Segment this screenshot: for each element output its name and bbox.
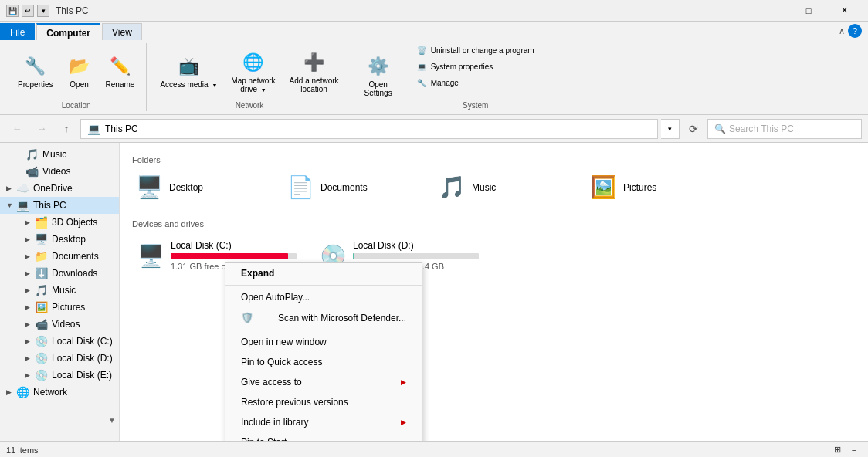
pictures-icon: 🖼️ [35, 301, 48, 313]
refresh-button[interactable]: ⟳ [683, 118, 704, 140]
tab-computer[interactable]: Computer [36, 23, 100, 40]
documents-chevron: ▶ [25, 252, 32, 260]
access-media-button[interactable]: 📺 Access media [154, 50, 222, 93]
sidebar-music2-label: Music [52, 285, 76, 296]
sidebar-item-pictures[interactable]: ▶ 🖼️ Pictures [0, 299, 119, 316]
minimize-button[interactable]: — [755, 0, 791, 22]
sidebar-item-locale[interactable]: ▶ 💿 Local Disk (E:) [0, 367, 119, 384]
ribbon-group-location: 🔧 Properties 📂 Open ✏️ Rename Location [6, 43, 147, 111]
content-area: Folders 🖥️ Desktop 📄 Documents 🎵 Music 🖼… [120, 143, 868, 441]
statusbar: 11 items ⊞ ≡ [0, 441, 868, 457]
thispc-chevron: ▼ [6, 201, 14, 209]
ribbon-collapse-icon[interactable]: ∧ [839, 26, 845, 36]
ctx-open-new-window[interactable]: Open in new window [225, 332, 422, 352]
undo-icon[interactable]: ↩ [22, 5, 34, 17]
give-access-arrow: ▶ [401, 378, 406, 386]
sidebar-desktop-label: Desktop [52, 234, 86, 245]
sidebar-item-localc[interactable]: ▶ 💿 Local Disk (C:) [0, 333, 119, 350]
ctx-include-library[interactable]: Include in library ▶ [225, 412, 422, 432]
uninstall-icon: 🗑️ [417, 46, 426, 55]
drive-c-icon: 🖥️ [137, 243, 164, 269]
rename-icon: ✏️ [107, 54, 132, 79]
search-icon: 🔍 [714, 124, 726, 134]
sidebar-item-documents[interactable]: ▶ 📁 Documents [0, 248, 119, 265]
sidebar-item-videos2[interactable]: ▶ 📹 Videos [0, 316, 119, 333]
search-placeholder: Search This PC [729, 124, 794, 134]
videos-icon: 📹 [25, 165, 39, 178]
customize-icon[interactable]: ▾ [37, 5, 49, 17]
ctx-expand[interactable]: Expand [225, 263, 422, 283]
system-label: System [463, 100, 488, 111]
location-buttons: 🔧 Properties 📂 Open ✏️ Rename [12, 43, 140, 100]
help-icon[interactable]: ? [848, 24, 862, 38]
maximize-button[interactable]: □ [791, 0, 826, 22]
tab-view[interactable]: View [102, 23, 142, 40]
settings-icon: ⚙️ [366, 54, 391, 79]
sidebar-item-music2[interactable]: ▶ 🎵 Music [0, 282, 119, 299]
sidebar-downloads-label: Downloads [52, 268, 97, 279]
quick-access-icon[interactable]: 💾 [6, 5, 19, 17]
open-label: Open [70, 80, 88, 89]
ctx-pin-quick-access[interactable]: Pin to Quick access [225, 352, 422, 372]
forward-button[interactable]: → [31, 118, 53, 140]
view-tiles-button[interactable]: ⊞ [829, 442, 845, 458]
system-properties-button[interactable]: 💻 System properties [412, 59, 499, 74]
folder-documents-label: Documents [320, 182, 368, 193]
sidebar-item-3dobjects[interactable]: ▶ 🗂️ 3D Objects [0, 214, 119, 231]
ctx-scan-defender[interactable]: 🛡️ Scan with Microsoft Defender... [225, 307, 422, 328]
folder-desktop[interactable]: 🖥️ Desktop [132, 171, 271, 204]
sidebar-item-music[interactable]: 🎵 Music [0, 146, 119, 163]
add-network-label: Add a networklocation [290, 76, 339, 93]
folder-documents[interactable]: 📄 Documents [283, 171, 422, 204]
sidebar-item-videos[interactable]: 📹 Videos [0, 163, 119, 180]
map-network-label: Map networkdrive [231, 76, 275, 93]
open-button[interactable]: 📂 Open [62, 50, 97, 93]
sidebar-item-downloads[interactable]: ▶ ⬇️ Downloads [0, 265, 119, 282]
folder-music-icon: 🎵 [439, 174, 466, 200]
search-box[interactable]: 🔍 Search This PC [707, 119, 862, 139]
ctx-pin-start[interactable]: Pin to Start [225, 432, 422, 441]
rename-button[interactable]: ✏️ Rename [100, 50, 141, 93]
close-button[interactable]: ✕ [826, 0, 862, 22]
give-access-label: Give access to [241, 377, 302, 388]
network-buttons: 📺 Access media 🌐 Map networkdrive ➕ Add … [154, 43, 344, 100]
system-properties-label: System properties [431, 63, 493, 71]
expand-label: Expand [241, 268, 274, 279]
sidebar-item-onedrive[interactable]: ▶ ☁️ OneDrive [0, 180, 119, 197]
ctx-restore-versions[interactable]: Restore previous versions [225, 392, 422, 412]
sidebar-scroll-down-icon[interactable]: ▼ [108, 416, 116, 425]
sidebar-network-label: Network [33, 387, 67, 398]
back-button[interactable]: ← [6, 118, 28, 140]
tab-file[interactable]: File [0, 23, 35, 40]
ribbon-group-system: 🗑️ Uninstall or change a program 💻 Syste… [405, 43, 546, 111]
view-icons: ⊞ ≡ [829, 442, 862, 458]
sidebar-locald-label: Local Disk (D:) [52, 353, 113, 364]
manage-button[interactable]: 🔧 Manage [412, 76, 464, 90]
folder-music[interactable]: 🎵 Music [435, 171, 574, 204]
sidebar-item-thispc[interactable]: ▼ 💻 This PC [0, 197, 119, 214]
view-list-button[interactable]: ≡ [846, 442, 862, 458]
sidebar-thispc-label: This PC [33, 200, 66, 211]
path-icon: 💻 [87, 123, 100, 135]
add-network-icon: ➕ [302, 50, 327, 75]
map-network-drive-button[interactable]: 🌐 Map networkdrive [225, 46, 280, 97]
open-settings-button[interactable]: ⚙️ OpenSettings [359, 50, 398, 101]
music-icon: 🎵 [25, 148, 39, 161]
address-box[interactable]: 💻 This PC [80, 119, 658, 139]
uninstall-button[interactable]: 🗑️ Uninstall or change a program [412, 43, 540, 58]
sidebar-item-locald[interactable]: ▶ 💿 Local Disk (D:) [0, 350, 119, 367]
up-button[interactable]: ↑ [56, 118, 77, 140]
sidebar-item-desktop[interactable]: ▶ 🖥️ Desktop [0, 231, 119, 248]
restore-versions-label: Restore previous versions [241, 397, 348, 408]
ctx-open-autoplay[interactable]: Open AutoPlay... [225, 287, 422, 307]
properties-button[interactable]: 🔧 Properties [12, 50, 59, 93]
add-network-location-button[interactable]: ➕ Add a networklocation [284, 46, 344, 97]
sidebar-localc-label: Local Disk (C:) [52, 336, 113, 347]
sidebar-music-label: Music [42, 149, 66, 160]
address-dropdown-button[interactable]: ▾ [661, 119, 680, 139]
include-library-arrow: ▶ [401, 418, 406, 426]
sidebar-item-network[interactable]: ▶ 🌐 Network [0, 384, 119, 401]
folder-pictures[interactable]: 🖼️ Pictures [586, 171, 725, 204]
ctx-give-access[interactable]: Give access to ▶ [225, 372, 422, 392]
item-count: 11 items [6, 445, 39, 455]
